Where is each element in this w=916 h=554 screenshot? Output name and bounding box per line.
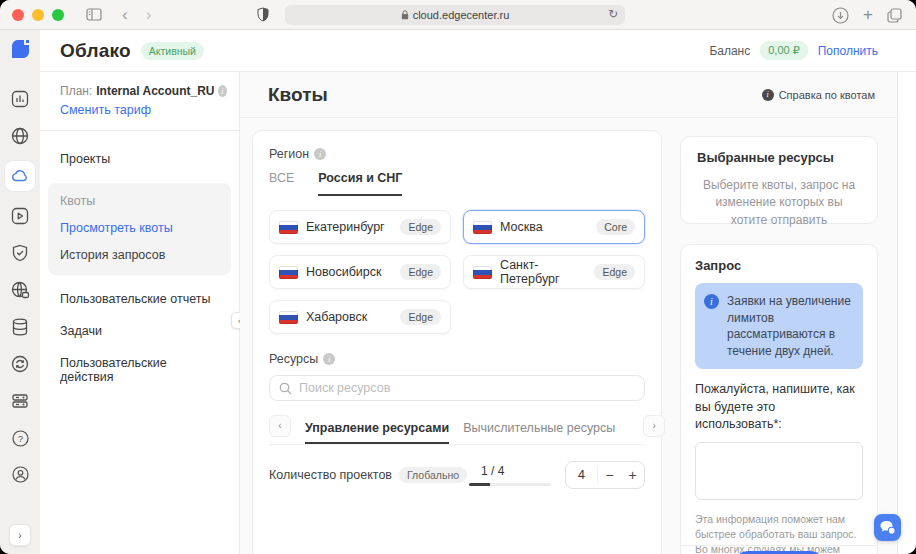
quota-increment-button[interactable]: + bbox=[621, 467, 644, 483]
address-bar[interactable]: cloud.edgecenter.ru ↻ bbox=[285, 5, 625, 25]
close-window-button[interactable] bbox=[12, 9, 24, 21]
request-prompt-label: Пожалуйста, напишите, как вы будете это … bbox=[695, 381, 863, 434]
browser-window: ‹ › cloud.edgecenter.ru ↻ + bbox=[0, 0, 916, 554]
edgecenter-logo[interactable] bbox=[8, 37, 32, 65]
region-chip-spb[interactable]: Санкт-Петербург Edge bbox=[463, 255, 645, 289]
minimize-window-button[interactable] bbox=[32, 9, 44, 21]
region-chip-khabarovsk[interactable]: Хабаровск Edge bbox=[269, 300, 451, 334]
globe-icon[interactable] bbox=[8, 124, 32, 148]
chat-bubbles-icon bbox=[879, 520, 896, 535]
quota-help-link[interactable]: i Справка по квотам bbox=[762, 89, 875, 101]
window-controls bbox=[12, 9, 64, 21]
russia-flag-icon bbox=[279, 266, 298, 279]
chat-widget-button[interactable] bbox=[874, 514, 901, 541]
request-notice: i Заявки на увеличение лимитов рассматри… bbox=[695, 283, 863, 369]
selected-resources-card: Выбранные ресурсы Выберите квоты, запрос… bbox=[680, 136, 878, 224]
quotas-card: Регион i ВСЕ Россия и СНГ Екатеринбург E… bbox=[252, 130, 662, 554]
balance-label: Баланс bbox=[709, 44, 750, 58]
plan-label: План: bbox=[60, 84, 92, 98]
sidebar-item-tasks[interactable]: Задачи bbox=[48, 315, 231, 347]
sidebar-toggle-icon[interactable] bbox=[86, 8, 102, 21]
request-title: Запрос bbox=[695, 258, 863, 273]
plan-value: Internal Account_RUB_Cl... bbox=[96, 84, 214, 98]
request-divider bbox=[681, 545, 877, 546]
status-badge: Активный bbox=[141, 42, 204, 60]
resource-search[interactable] bbox=[269, 375, 645, 401]
quota-row-project-count: Количество проектов Глобально 1 / 4 4 − … bbox=[269, 461, 645, 489]
zoom-window-button[interactable] bbox=[52, 9, 64, 21]
region-chip-novosibirsk[interactable]: Новосибирск Edge bbox=[269, 255, 451, 289]
selected-resources-title: Выбранные ресурсы bbox=[697, 150, 861, 165]
sidebar-quota-group: Квоты Просмотреть квоты История запросов bbox=[48, 183, 231, 275]
account-icon[interactable] bbox=[8, 462, 32, 486]
app-header: Облако Активный Баланс 0,00 ₽ Пополнить bbox=[40, 30, 916, 72]
tab-overview-icon[interactable] bbox=[887, 8, 902, 23]
selected-resources-empty-text: Выберите квоты, запрос на изменение кото… bbox=[697, 177, 861, 229]
svg-text:?: ? bbox=[17, 434, 22, 444]
tabs-scroll-right-button[interactable]: › bbox=[643, 415, 665, 437]
tabs-scroll-left-button[interactable]: ‹ bbox=[269, 415, 291, 437]
servers-icon[interactable] bbox=[8, 389, 32, 413]
request-hint-text: Эта информация поможет нам быстрее обраб… bbox=[695, 512, 863, 554]
region-type-badge: Edge bbox=[400, 264, 441, 280]
shield-check-icon[interactable] bbox=[8, 241, 32, 265]
region-chip-moscow[interactable]: Москва Core bbox=[463, 210, 645, 244]
sync-icon[interactable] bbox=[8, 352, 32, 376]
region-type-badge: Core bbox=[596, 219, 635, 235]
plan-info-icon[interactable]: i bbox=[218, 85, 227, 97]
resource-search-input[interactable] bbox=[299, 381, 635, 395]
page-title: Квоты bbox=[268, 84, 328, 106]
downloads-icon[interactable] bbox=[832, 7, 849, 24]
sidebar-item-user-reports[interactable]: Пользовательские отчеты bbox=[48, 283, 231, 315]
request-usage-textarea[interactable] bbox=[695, 442, 863, 500]
stats-icon[interactable] bbox=[8, 87, 32, 111]
quota-usage-text: 1 / 4 bbox=[481, 464, 551, 478]
database-icon[interactable] bbox=[8, 315, 32, 339]
region-tab-all[interactable]: ВСЕ bbox=[269, 171, 294, 196]
resources-label: Ресурсы bbox=[269, 352, 318, 366]
sidebar-item-view-quotas[interactable]: Просмотреть квоты bbox=[60, 221, 219, 235]
cdn-globe-icon[interactable] bbox=[8, 278, 32, 302]
sidebar-quota-title: Квоты bbox=[60, 194, 219, 208]
quota-stepper[interactable]: 4 − + bbox=[565, 461, 645, 489]
search-icon bbox=[279, 382, 292, 395]
resources-info-icon[interactable]: i bbox=[323, 353, 335, 365]
sidebar-item-user-actions[interactable]: Пользовательские действия bbox=[48, 347, 231, 393]
region-type-badge: Edge bbox=[400, 309, 441, 325]
help-icon[interactable]: ? bbox=[8, 426, 32, 450]
notice-text: Заявки на увеличение лимитов рассматрива… bbox=[727, 293, 853, 359]
notice-info-icon: i bbox=[704, 294, 719, 309]
privacy-shield-icon[interactable] bbox=[257, 7, 269, 22]
scrollbar-track[interactable] bbox=[897, 72, 916, 554]
quota-name: Количество проектов bbox=[269, 468, 392, 482]
url-text: cloud.edgecenter.ru bbox=[413, 9, 510, 21]
info-icon: i bbox=[762, 89, 774, 101]
reload-icon[interactable]: ↻ bbox=[608, 7, 618, 21]
quota-help-label: Справка по квотам bbox=[779, 89, 875, 101]
tab-compute-resources[interactable]: Вычислительные ресурсы bbox=[463, 413, 615, 444]
sidebar-item-request-history[interactable]: История запросов bbox=[60, 248, 219, 262]
cloud-icon[interactable] bbox=[5, 161, 35, 191]
app-title: Облако bbox=[60, 40, 131, 62]
topup-link[interactable]: Пополнить bbox=[818, 44, 878, 58]
region-chip-ekaterinburg[interactable]: Екатеринбург Edge bbox=[269, 210, 451, 244]
forward-button[interactable]: › bbox=[146, 5, 152, 25]
quota-scope-badge: Глобально bbox=[399, 467, 467, 483]
expand-rail-button[interactable]: › bbox=[9, 524, 31, 546]
quota-usage-fill bbox=[469, 483, 490, 486]
region-type-badge: Edge bbox=[594, 264, 635, 280]
sidebar-item-projects[interactable]: Проекты bbox=[48, 143, 231, 175]
sidebar: План: Internal Account_RUB_Cl... i Смени… bbox=[40, 72, 240, 554]
quota-usage-bar bbox=[469, 483, 551, 486]
quota-stepper-value: 4 bbox=[566, 468, 597, 482]
app-icon-rail: ? › bbox=[0, 30, 40, 554]
change-plan-link[interactable]: Сменить тариф bbox=[60, 103, 151, 117]
region-info-icon[interactable]: i bbox=[314, 148, 326, 160]
quota-decrement-button[interactable]: − bbox=[598, 467, 621, 483]
back-button[interactable]: ‹ bbox=[122, 5, 128, 25]
tab-resource-management[interactable]: Управление ресурсами bbox=[305, 413, 449, 444]
new-tab-icon[interactable]: + bbox=[863, 5, 873, 25]
region-type-badge: Edge bbox=[400, 219, 441, 235]
video-icon[interactable] bbox=[8, 204, 32, 228]
region-tab-russia-cis[interactable]: Россия и СНГ bbox=[318, 171, 402, 196]
